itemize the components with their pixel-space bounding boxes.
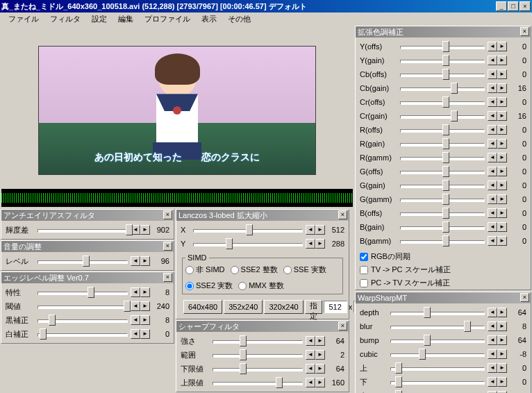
slider-track[interactable] — [38, 301, 128, 312]
slider-track[interactable] — [400, 138, 485, 149]
spin-left-icon[interactable]: ◄ — [488, 139, 497, 149]
radio-input[interactable] — [231, 266, 239, 274]
spin-left-icon[interactable]: ◄ — [306, 350, 315, 360]
spin-right-icon[interactable]: ► — [497, 83, 507, 93]
slider-track[interactable] — [400, 194, 485, 205]
spin-right-icon[interactable]: ► — [140, 301, 150, 311]
spin-left-icon[interactable]: ◄ — [488, 153, 497, 162]
slider-thumb[interactable] — [240, 335, 247, 346]
slider-track[interactable] — [400, 97, 485, 108]
slider-thumb[interactable] — [49, 315, 56, 326]
spin-right-icon[interactable]: ► — [315, 239, 325, 249]
spin-right-icon[interactable]: ► — [315, 364, 325, 374]
slider-track[interactable] — [400, 69, 485, 80]
slider-track[interactable] — [390, 335, 485, 346]
spin-right-icon[interactable]: ► — [497, 111, 507, 121]
slider-thumb[interactable] — [395, 362, 402, 374]
slider-track[interactable] — [213, 335, 303, 346]
slider-thumb[interactable] — [464, 321, 471, 332]
slider-thumb[interactable] — [88, 287, 94, 298]
slider-thumb[interactable] — [451, 83, 458, 94]
slider-track[interactable] — [400, 55, 485, 66]
slider-track[interactable] — [38, 256, 128, 267]
spin-left-icon[interactable]: ◄ — [131, 329, 140, 339]
close-icon[interactable]: × — [338, 210, 347, 219]
slider-track[interactable] — [390, 349, 485, 360]
spin-right-icon[interactable]: ► — [497, 194, 507, 204]
slider-track[interactable] — [38, 315, 128, 326]
maximize-button[interactable]: □ — [508, 1, 519, 11]
slider-thumb[interactable] — [442, 41, 449, 52]
slider-track[interactable] — [38, 328, 128, 340]
slider-thumb[interactable] — [442, 152, 449, 163]
size-352[interactable]: 352x240 — [224, 300, 263, 314]
slider-thumb[interactable] — [442, 180, 449, 191]
spin-left-icon[interactable]: ◄ — [488, 111, 497, 121]
slider-thumb[interactable] — [276, 377, 283, 388]
spin-right-icon[interactable]: ► — [497, 308, 507, 317]
menu-file[interactable]: ファイル — [3, 12, 44, 26]
slider-track[interactable] — [390, 390, 485, 393]
menu-filter[interactable]: フィルタ — [44, 12, 86, 26]
color-check-row[interactable]: PC -> TV スケール補正 — [356, 276, 531, 290]
slider-track[interactable] — [213, 363, 303, 374]
slider-thumb[interactable] — [424, 335, 431, 346]
slider-track[interactable] — [400, 235, 485, 246]
spin-left-icon[interactable]: ◄ — [131, 301, 140, 311]
spin-left-icon[interactable]: ◄ — [488, 308, 497, 317]
spin-left-icon[interactable]: ◄ — [488, 181, 497, 190]
close-icon[interactable]: × — [338, 321, 347, 331]
spin-left-icon[interactable]: ◄ — [488, 208, 497, 218]
spin-right-icon[interactable]: ► — [497, 139, 507, 149]
simd-option[interactable]: SSE 実数 — [283, 265, 326, 275]
slider-thumb[interactable] — [442, 208, 449, 219]
slider-track[interactable] — [400, 221, 485, 233]
size-320[interactable]: 320x240 — [264, 300, 303, 314]
radio-input[interactable] — [283, 266, 292, 274]
menu-view[interactable]: 表示 — [196, 12, 222, 26]
close-icon[interactable]: × — [163, 210, 172, 219]
spin-right-icon[interactable]: ► — [497, 97, 507, 107]
spin-left-icon[interactable]: ◄ — [488, 56, 497, 65]
slider-track[interactable] — [213, 377, 303, 388]
checkbox-input[interactable] — [360, 266, 368, 274]
slider-thumb[interactable] — [240, 363, 247, 374]
simd-option[interactable]: SSE2 整数 — [231, 265, 278, 275]
spin-left-icon[interactable]: ◄ — [488, 83, 497, 93]
spin-right-icon[interactable]: ► — [140, 225, 150, 235]
size-640[interactable]: 640x480 — [183, 300, 222, 314]
close-icon[interactable]: × — [520, 293, 529, 302]
close-icon[interactable]: × — [520, 27, 529, 36]
slider-track[interactable] — [38, 224, 128, 235]
spin-left-icon[interactable]: ◄ — [131, 287, 140, 297]
color-check-row[interactable]: TV -> PC スケール補正 — [356, 263, 531, 276]
spin-left-icon[interactable]: ◄ — [488, 335, 497, 345]
slider-track[interactable] — [400, 166, 485, 177]
spin-left-icon[interactable]: ◄ — [488, 363, 497, 373]
spin-left-icon[interactable]: ◄ — [488, 321, 497, 331]
menu-edit[interactable]: 編集 — [113, 12, 139, 26]
spin-right-icon[interactable]: ► — [497, 167, 507, 176]
slider-thumb[interactable] — [40, 328, 47, 340]
spin-right-icon[interactable]: ► — [497, 363, 507, 373]
spin-left-icon[interactable]: ◄ — [488, 125, 497, 135]
spin-right-icon[interactable]: ► — [497, 208, 507, 218]
spin-left-icon[interactable]: ◄ — [488, 69, 497, 79]
close-icon[interactable]: × — [163, 242, 172, 251]
slider-thumb[interactable] — [395, 390, 402, 393]
spin-left-icon[interactable]: ◄ — [488, 236, 497, 246]
spin-right-icon[interactable]: ► — [140, 256, 150, 266]
spin-left-icon[interactable]: ◄ — [488, 377, 497, 387]
spin-right-icon[interactable]: ► — [497, 335, 507, 345]
spin-left-icon[interactable]: ◄ — [131, 256, 140, 266]
color-check-row[interactable]: RGBの同期 — [356, 250, 531, 263]
spin-right-icon[interactable]: ► — [497, 69, 507, 79]
slider-track[interactable] — [193, 224, 303, 235]
slider-thumb[interactable] — [442, 221, 449, 233]
slider-track[interactable] — [193, 238, 303, 249]
size-apply[interactable]: 指定 -> — [305, 300, 322, 314]
slider-thumb[interactable] — [395, 376, 402, 387]
checkbox-input[interactable] — [360, 253, 368, 261]
slider-thumb[interactable] — [442, 55, 449, 66]
slider-thumb[interactable] — [83, 256, 90, 267]
